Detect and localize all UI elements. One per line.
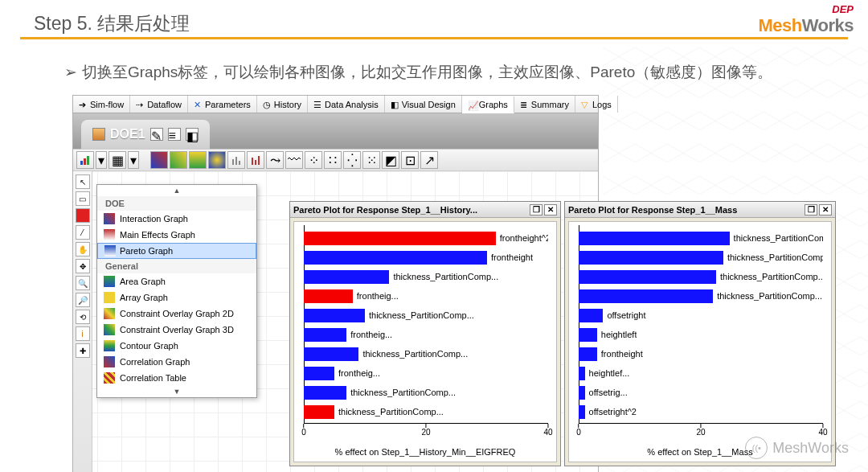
svg-rect-3 — [232, 159, 234, 165]
tb-dropdown2-icon[interactable]: ▾ — [128, 151, 139, 169]
bar-row: thickness_PartitionComp... — [304, 383, 548, 402]
tb-scatter2-icon[interactable]: ∷ — [324, 151, 342, 169]
scroll-down-icon[interactable]: ▼ — [97, 386, 256, 397]
tab-history[interactable]: ◷History — [257, 96, 308, 113]
dropdown-item-pareto-graph[interactable]: Pareto Graph — [97, 243, 256, 259]
bar — [304, 289, 353, 303]
vbtn-zoomout-icon[interactable]: 🔎 — [76, 293, 90, 307]
bar-row: thickness_PartitionComp... — [579, 248, 823, 267]
tb-bars2-icon[interactable] — [247, 151, 264, 169]
tab-dataflow[interactable]: ⇢Dataflow — [130, 96, 188, 113]
chart1-body: frontheight^2frontheightthickness_Partit… — [293, 221, 557, 462]
vbtn-hand-icon[interactable]: ✋ — [76, 242, 90, 257]
vbtn-line-icon[interactable]: ∕ — [76, 225, 90, 240]
dropdown-item-correlation-table[interactable]: Correlation Table — [97, 370, 256, 386]
dropdown-item-constraint-2d[interactable]: Constraint Overlay Graph 2D — [97, 306, 256, 322]
bar-row: frontheight — [304, 248, 548, 267]
bar — [304, 251, 487, 265]
bar-row: thickness_PartitionComp... — [304, 267, 548, 286]
dropdown-item-correlation-graph[interactable]: Correlation Graph — [97, 354, 256, 370]
vbtn-zoomin-icon[interactable]: 🔍 — [76, 276, 90, 290]
tb-surface-icon[interactable] — [189, 151, 207, 169]
chart1-title: Pareto Plot for Response Step_1__History… — [293, 205, 477, 215]
dropdown-item-area-graph[interactable]: Area Graph — [97, 273, 256, 289]
tab-summary[interactable]: ≣Summary — [514, 96, 575, 113]
vbtn-info-icon[interactable]: i — [76, 326, 90, 341]
tb-heat2-icon[interactable] — [170, 151, 187, 169]
correlation-table-icon — [104, 372, 115, 384]
bar-label: thickness_PartitionComp... — [369, 310, 474, 320]
doe-tab[interactable]: DOE1 ✎ ≡ ◧ — [81, 120, 210, 149]
grid-icon — [92, 128, 105, 141]
tab-graphs[interactable]: 📈Graphs — [462, 96, 514, 113]
step-title: Step 5. 结果后处理 — [34, 11, 190, 36]
bar — [579, 367, 585, 380]
tb-custom2-icon[interactable]: ⊡ — [401, 151, 419, 169]
tb-line1-icon[interactable]: ⤳ — [266, 151, 284, 169]
tb-dropdown-icon[interactable]: ▾ — [96, 151, 107, 169]
tb-grid-icon[interactable]: ▦ — [108, 151, 126, 169]
tb-bars1-icon[interactable] — [227, 151, 245, 169]
tb-heat1-icon[interactable] — [150, 151, 168, 169]
dropdown-section-doe: DOE — [97, 196, 256, 211]
area-graph-icon — [104, 276, 115, 287]
tab-sim-flow[interactable]: ➔Sim-flow — [73, 96, 130, 113]
vbtn-select-icon[interactable]: ↖ — [76, 174, 90, 189]
watermark: ((• MeshWorks — [745, 437, 849, 459]
pareto-graph-icon — [104, 245, 116, 257]
scroll-up-icon[interactable]: ▲ — [97, 185, 256, 196]
dropdown-item-interaction-graph[interactable]: Interaction Graph — [97, 211, 256, 227]
svg-rect-6 — [252, 158, 253, 165]
dropdown-item-array-graph[interactable]: Array Graph — [97, 289, 256, 306]
bar — [304, 232, 496, 245]
chart1-maximize-icon[interactable]: ❐ — [530, 204, 542, 215]
bar-row: frontheight^2 — [304, 228, 548, 248]
brand-meshworks: MeshWorks — [758, 15, 854, 36]
tab-visual-design[interactable]: ◧Visual Design — [385, 96, 462, 113]
chart2-close-icon[interactable]: ✕ — [819, 204, 832, 215]
tab-data-analysis[interactable]: ☰Data Analysis — [308, 96, 385, 113]
chart1-xlabel: % effect on Step_1__History_Min__EIGFREQ — [294, 447, 556, 457]
action1-icon[interactable]: ≡ — [168, 128, 181, 141]
doe-title: DOE1 — [110, 127, 145, 142]
dropdown-item-main-effects-graph[interactable]: Main Effects Graph — [97, 227, 256, 243]
bar — [579, 289, 713, 303]
chart1-titlebar[interactable]: Pareto Plot for Response Step_1__History… — [290, 202, 560, 218]
vbtn-pin-icon[interactable]: ✚ — [76, 343, 90, 358]
chart1-close-icon[interactable]: ✕ — [544, 204, 557, 215]
tb-scatter3-icon[interactable]: ⁛ — [343, 151, 361, 169]
dropdown-item-contour-graph[interactable]: Contour Graph — [97, 338, 256, 354]
bar-label: thickness_PartitionComp... — [727, 252, 823, 262]
tb-custom3-icon[interactable]: ↗ — [420, 151, 438, 169]
bar — [304, 270, 389, 284]
dropdown-item-constraint-3d[interactable]: Constraint Overlay Graph 3D — [97, 322, 256, 338]
tb-custom1-icon[interactable]: ◩ — [382, 151, 399, 169]
chart2-titlebar[interactable]: Pareto Plot for Response Step_1__Mass ❐ … — [565, 202, 835, 218]
action2-icon[interactable]: ◧ — [186, 128, 199, 141]
tb-scatter1-icon[interactable]: ⁘ — [305, 151, 322, 169]
bar-label: thickness_PartitionComp... — [717, 291, 822, 301]
tb-scatter4-icon[interactable]: ⁙ — [362, 151, 380, 169]
bar-label: heightleft — [601, 330, 637, 339]
tb-contour-icon[interactable] — [208, 151, 226, 169]
bar-label: offsetrig... — [589, 388, 628, 397]
tab-logs[interactable]: ▽Logs — [575, 96, 618, 113]
bar-row: thickness_PartitionComp... — [304, 344, 548, 363]
window-bar: DOE1 ✎ ≡ ◧ — [73, 113, 598, 149]
edit-icon[interactable]: ✎ — [150, 128, 163, 141]
bar-label: frontheig... — [350, 330, 392, 339]
bar — [579, 386, 585, 400]
vbtn-marquee-icon[interactable]: ▭ — [76, 191, 90, 206]
bar — [579, 328, 597, 342]
vbtn-move-icon[interactable]: ✥ — [76, 259, 90, 273]
tb-line2-icon[interactable]: 〰 — [285, 151, 303, 169]
chart2-maximize-icon[interactable]: ❐ — [805, 204, 817, 215]
constraint-3d-icon — [104, 324, 115, 335]
vbtn-color-icon[interactable] — [76, 208, 90, 223]
bar-row: frontheig... — [304, 363, 548, 383]
bar — [579, 309, 603, 322]
tb-chart-type-icon[interactable] — [76, 151, 94, 169]
vbtn-reset-icon[interactable]: ⟲ — [76, 310, 90, 324]
bar — [579, 232, 730, 245]
tab-parameters[interactable]: ✕Parameters — [188, 96, 257, 113]
